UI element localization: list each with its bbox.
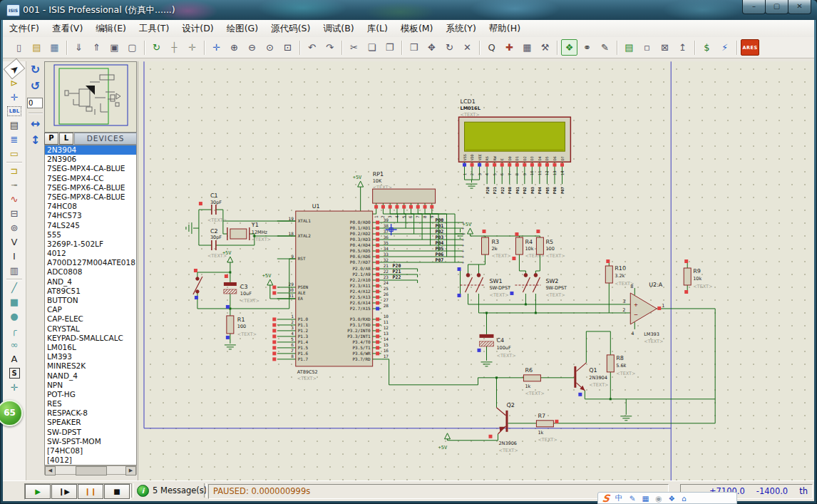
current-probe-mode[interactable]: I xyxy=(6,250,23,263)
menu-item-8[interactable]: 库(L) xyxy=(361,20,394,37)
toggle-grid[interactable]: ┼ xyxy=(166,39,183,56)
search-tag[interactable]: ⚭ xyxy=(579,39,595,56)
open-design[interactable]: ▤ xyxy=(29,39,45,56)
virtual-instruments-mode[interactable]: ▥ xyxy=(6,264,23,277)
export-section[interactable]: ⇑ xyxy=(88,39,105,56)
message-count[interactable]: 5 Message(s) xyxy=(153,485,207,495)
property-assignment[interactable]: ✎ xyxy=(597,39,613,56)
ime-lang-toggle[interactable]: 中 xyxy=(615,493,623,503)
component-y1[interactable]: Y1 12MHz <TEXT> xyxy=(227,222,271,242)
block-move[interactable]: ✥ xyxy=(423,39,440,56)
voltage-probe-mode[interactable]: V xyxy=(6,235,23,249)
packaging-tool[interactable]: ▦ xyxy=(519,39,535,56)
paste[interactable]: ❐ xyxy=(381,39,398,56)
menu-item-3[interactable]: 工具(T) xyxy=(133,20,175,37)
device-item[interactable]: ADC0808 xyxy=(45,267,136,277)
device-item[interactable]: AT89C51 xyxy=(45,287,136,296)
import-section[interactable]: ⇓ xyxy=(71,39,87,56)
pick-device-button[interactable]: P xyxy=(44,133,58,145)
ime-keyboard-icon[interactable]: ▦ xyxy=(642,494,649,503)
device-item[interactable]: 74HC08 xyxy=(45,202,136,211)
minimize-button[interactable]: – xyxy=(742,0,766,14)
component-c2[interactable]: C2 30pF <TEXT> xyxy=(207,228,227,259)
close-button[interactable]: ✕ xyxy=(788,0,811,14)
mark-output-area[interactable]: ▢ xyxy=(124,39,140,56)
design-explorer[interactable]: ▤ xyxy=(621,39,637,56)
wire-autorouter[interactable]: ❖ xyxy=(561,39,577,56)
rotate-cw-button[interactable]: ↻ xyxy=(28,62,43,78)
ime-toolbar[interactable]: S 中✎▦◉❖⌂ xyxy=(597,492,737,504)
menu-item-6[interactable]: 源代码(S) xyxy=(264,20,317,37)
ime-user-icon[interactable]: ◉ xyxy=(655,494,662,503)
device-item[interactable]: 7SEG-MPX6-CA-BLUE xyxy=(45,183,136,192)
device-item[interactable]: RESPACK-8 xyxy=(45,408,136,418)
stop-button[interactable]: ■ xyxy=(104,484,130,499)
component-sw2[interactable]: SW2 SW-DPST <TEXT> xyxy=(515,274,567,298)
pick-parts[interactable]: Q xyxy=(483,39,500,56)
device-item[interactable]: CAP-ELEC xyxy=(45,314,136,324)
mirror-y-button[interactable]: ↕ xyxy=(28,133,43,148)
component-lcd1[interactable]: LCD1 LM016L <TEXT> xyxy=(459,98,571,162)
device-item[interactable]: 7SEG-MPX4-CC xyxy=(45,174,136,183)
device-item[interactable]: [4012] xyxy=(45,456,136,465)
device-item[interactable]: POT-HG xyxy=(45,390,136,399)
device-item[interactable]: KEYPAD-SMALLCALC xyxy=(45,334,136,343)
ime-toolbox-icon[interactable]: ⌂ xyxy=(682,494,687,503)
message-info-icon[interactable]: i xyxy=(137,485,149,497)
menu-item-4[interactable]: 设计(D) xyxy=(175,20,220,37)
component-r7[interactable]: R7 1k <TEXT> xyxy=(536,413,557,443)
device-item[interactable]: 2N3906 xyxy=(45,155,136,164)
device-list[interactable]: 2N39042N39067SEG-MPX4-CA-BLUE7SEG-MPX4-C… xyxy=(44,145,137,466)
new-file[interactable]: ▯ xyxy=(11,39,27,56)
zoom-all[interactable]: ⊙ xyxy=(262,39,278,56)
menu-item-5[interactable]: 绘图(G) xyxy=(220,20,264,37)
print-design[interactable]: ▣ xyxy=(106,39,123,56)
device-item[interactable]: 4012 xyxy=(45,249,136,258)
subcircuit-mode[interactable]: ▭ xyxy=(6,147,23,160)
path-2d-mode[interactable]: ∞ xyxy=(6,338,23,351)
component-r6[interactable]: R6 1k <TEXT> xyxy=(523,367,544,396)
device-item[interactable]: [74HC08] xyxy=(45,446,136,456)
goto-sheet[interactable]: ↥ xyxy=(674,39,691,56)
box-2d-mode[interactable]: ■ xyxy=(6,295,23,309)
device-item[interactable]: AND_4 xyxy=(45,277,136,287)
menu-item-1[interactable]: 查看(V) xyxy=(46,20,89,37)
device-item[interactable]: 74LS245 xyxy=(45,221,136,230)
decompose[interactable]: ⚒ xyxy=(537,39,553,56)
device-item[interactable]: SW-DPST xyxy=(45,428,136,437)
bill-of-materials[interactable]: $ xyxy=(699,39,715,56)
menu-item-9[interactable]: 模板(M) xyxy=(394,20,440,37)
menu-item-0[interactable]: 文件(F) xyxy=(3,20,46,37)
redo[interactable]: ↷ xyxy=(322,39,338,56)
device-item[interactable]: SW-SPST-MOM xyxy=(45,437,136,446)
device-pin-mode[interactable]: ╼ xyxy=(6,178,23,192)
junction-dot-mode[interactable]: ✛ xyxy=(6,91,23,104)
ime-logo[interactable]: S xyxy=(602,493,610,504)
device-item[interactable]: A700D127M004ATE018 xyxy=(45,258,136,267)
menu-item-2[interactable]: 编辑(E) xyxy=(89,20,133,37)
save-design[interactable]: ▦ xyxy=(46,39,63,56)
pause-button[interactable]: ❙❙ xyxy=(78,484,103,499)
device-item[interactable]: LM016L xyxy=(45,343,136,352)
component-reset-button[interactable] xyxy=(193,277,202,294)
component-rp1[interactable]: RP1 10K <TEXT> xyxy=(373,171,436,203)
tape-recorder-mode[interactable]: ⊟ xyxy=(6,207,23,220)
menu-item-7[interactable]: 调试(B) xyxy=(317,20,360,37)
generator-mode[interactable]: ⊚ xyxy=(6,221,23,235)
device-item[interactable]: CAP xyxy=(45,305,136,314)
ime-skin-icon[interactable]: ❖ xyxy=(669,494,675,503)
device-item[interactable]: CRYSTAL xyxy=(45,324,136,334)
component-mode[interactable]: ⊳ xyxy=(6,76,23,90)
block-rotate[interactable]: ↻ xyxy=(441,39,458,56)
library-button[interactable]: L xyxy=(59,133,73,145)
make-device[interactable]: ✚ xyxy=(501,39,518,56)
component-c3[interactable]: C3 10uF <TEXT> xyxy=(224,282,260,304)
marker-2d-mode[interactable]: ✛ xyxy=(6,381,23,394)
toggle-origin[interactable]: ✛ xyxy=(184,39,200,56)
circle-2d-mode[interactable]: ● xyxy=(6,309,23,323)
redraw-display[interactable]: ↻ xyxy=(148,39,165,56)
text-2d-mode[interactable]: A xyxy=(6,352,23,366)
block-delete[interactable]: ✕ xyxy=(459,39,476,56)
device-item[interactable]: MINRES2K xyxy=(45,361,136,371)
step-button[interactable]: ❙▶ xyxy=(51,484,77,499)
